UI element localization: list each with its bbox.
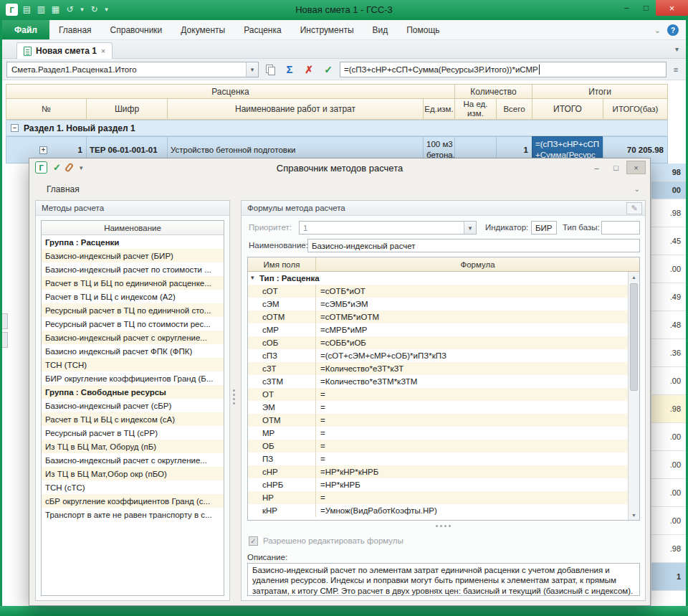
formula-row[interactable]: сПЗ =(сОТ+сЭМ+сМР+сОБ)*иПЗ*кПЗ bbox=[248, 349, 628, 362]
list-item[interactable]: Базисно индексный расчет ФПК (ФПК) bbox=[42, 344, 224, 358]
column-group-header[interactable]: Расценка bbox=[6, 84, 455, 99]
list-item[interactable]: Группа : Расценки bbox=[42, 235, 224, 249]
apply-check-icon[interactable]: ✓ bbox=[53, 162, 61, 173]
section-row[interactable]: − Раздел 1. Новый раздел 1 bbox=[6, 120, 668, 136]
priority-combobox[interactable]: 1 ▾ bbox=[299, 221, 477, 234]
list-column-header[interactable]: Наименование bbox=[42, 221, 224, 235]
list-item[interactable]: Транспорт в акте не равен транспорту в с… bbox=[42, 508, 224, 521]
formula-row[interactable]: сЗТ =Количество*еЗТ*кЗТ bbox=[248, 362, 628, 375]
document-tab[interactable]: Новая смета 1 × bbox=[16, 42, 113, 59]
column-header[interactable]: Наименование работ и затрат bbox=[167, 98, 424, 120]
list-item[interactable]: ТСН (сТС) bbox=[42, 480, 224, 494]
app-logo-icon[interactable]: Г bbox=[6, 4, 18, 16]
formula-row[interactable]: ОБ = bbox=[248, 440, 628, 452]
list-item[interactable]: Из ТЦ в БЦ Мат,Обор окр (пБО) bbox=[42, 467, 224, 480]
menu-item[interactable]: Помощь bbox=[397, 20, 449, 39]
formula-row[interactable]: ЭМ = bbox=[248, 401, 628, 414]
column-header[interactable]: На ед. изм. bbox=[454, 98, 497, 120]
dialog-qat-more-icon[interactable]: ▾ bbox=[80, 164, 83, 171]
field-chooser-button[interactable]: ≡ bbox=[670, 62, 682, 77]
collapsed-panel-tab[interactable] bbox=[2, 332, 8, 348]
grid-col-header-fieldname[interactable]: Имя поля bbox=[248, 257, 316, 271]
formula-row[interactable]: НР = bbox=[248, 491, 628, 504]
formula-row[interactable]: ОТ = bbox=[248, 388, 628, 401]
collapsed-panel-tab[interactable] bbox=[2, 313, 8, 329]
ribbon-collapse-icon[interactable]: ⌄ bbox=[654, 26, 661, 35]
tab-close-icon[interactable]: × bbox=[101, 47, 105, 55]
edit-allowed-checkbox[interactable]: ✓ bbox=[249, 536, 258, 546]
vertical-scrollbar[interactable]: ▲ ▼ bbox=[628, 272, 639, 520]
cancel-button[interactable]: ✗ bbox=[301, 62, 317, 77]
dialog-tab-glavnaya[interactable]: Главная bbox=[47, 184, 80, 194]
edit-formulas-button[interactable]: ✎ bbox=[626, 202, 642, 214]
menu-item[interactable]: Вид bbox=[363, 20, 398, 39]
context-combobox[interactable]: Смета.Раздел1.Расценка1.Итого ▾ bbox=[6, 62, 259, 77]
formula-row[interactable]: МР = bbox=[248, 427, 628, 440]
formula-row[interactable]: ОТМ = bbox=[248, 414, 628, 427]
column-group-header[interactable]: Количество bbox=[454, 84, 532, 99]
list-item[interactable]: Расчет в ТЦ и БЦ с индексом (сА) bbox=[42, 412, 224, 426]
close-button[interactable]: × bbox=[656, 0, 688, 16]
maximize-button[interactable]: □ bbox=[636, 0, 656, 16]
undo-dropdown-icon[interactable]: ▾ bbox=[79, 4, 85, 16]
grid-group-row[interactable]: ▾ Тип : Расценка bbox=[248, 272, 628, 285]
dialog-ribbon-collapse-icon[interactable]: ⌄ bbox=[634, 185, 640, 193]
help-button[interactable]: ? bbox=[667, 24, 679, 36]
formula-row[interactable]: кНР =Умнож(ВидРаботКоэфты.НР) bbox=[248, 504, 628, 517]
dialog-close-button[interactable]: × bbox=[626, 161, 646, 174]
formula-input[interactable]: =(сПЗ+сНР+сСП+Сумма(РесурсыЗР.Итого))*иС… bbox=[340, 62, 666, 77]
new-document-icon[interactable]: ▤ bbox=[22, 4, 32, 16]
formula-row[interactable]: сМР =сМРБ*иМР bbox=[248, 323, 628, 336]
column-group-header[interactable]: Итоги bbox=[532, 84, 668, 99]
list-item[interactable]: Группа : Свободные ресурсы bbox=[42, 385, 224, 399]
list-item[interactable]: Базисно-индексный расчет по стоимости ..… bbox=[42, 262, 224, 276]
sum-button[interactable]: Σ bbox=[282, 62, 297, 77]
chevron-down-icon[interactable]: ▾ bbox=[246, 62, 258, 77]
menu-item[interactable]: Инструменты bbox=[291, 20, 363, 39]
paperclip-icon[interactable] bbox=[64, 162, 75, 173]
copy-formula-button[interactable] bbox=[262, 62, 278, 77]
resize-dots-handle[interactable] bbox=[242, 525, 645, 527]
list-item[interactable]: БИР округление коэффициентов Гранд (Б... bbox=[42, 371, 224, 385]
save-icon[interactable]: ▥ bbox=[36, 4, 47, 16]
column-header[interactable]: № bbox=[6, 98, 87, 120]
list-item[interactable]: ТСН (ТСН) bbox=[42, 358, 224, 371]
description-box[interactable]: Базисно-индексный расчет по элементам за… bbox=[247, 563, 640, 596]
scrollbar-thumb[interactable] bbox=[630, 283, 638, 391]
list-item[interactable]: Расчет в ТЦ и БЦ с индексом (А2) bbox=[42, 290, 224, 303]
list-item[interactable]: Базисно-индексный расчет с округление... bbox=[42, 453, 224, 467]
scroll-down-icon[interactable]: ▼ bbox=[629, 510, 639, 520]
apply-button[interactable]: ✓ bbox=[320, 62, 336, 77]
formula-row[interactable]: сЭМ =сЭМБ*иЭМ bbox=[248, 298, 628, 311]
save-all-icon[interactable]: ▦ bbox=[50, 4, 61, 16]
list-item[interactable]: Ресурсный расчет в ТЦ (сРР) bbox=[42, 426, 224, 440]
file-menu-button[interactable]: Файл bbox=[2, 20, 49, 39]
list-item[interactable]: Базисно-индексный расчет (сБР) bbox=[42, 399, 224, 412]
dialog-minimize-button[interactable]: – bbox=[588, 161, 606, 174]
minimize-button[interactable]: – bbox=[617, 0, 636, 16]
list-item[interactable]: Базисно-индексный расчет с округление... bbox=[42, 331, 224, 344]
list-item[interactable]: Ресурсный расчет в ТЦ по единичной сто..… bbox=[42, 303, 224, 317]
list-item[interactable]: Ресурсный расчет в ТЦ по стоимости рес..… bbox=[42, 317, 224, 331]
expand-row-icon[interactable]: + bbox=[39, 146, 47, 154]
column-header[interactable]: ИТОГО(баз) bbox=[603, 98, 668, 120]
list-item[interactable]: Из ТЦ в БЦ Мат, Оборуд (пБ) bbox=[42, 440, 224, 453]
formula-row[interactable]: ПЗ = bbox=[248, 452, 628, 465]
menu-item[interactable]: Справочники bbox=[101, 20, 172, 39]
formula-row[interactable]: сОТ =сОТБ*иОТ bbox=[248, 285, 628, 298]
formula-row[interactable]: сЗТМ =Количество*еЗТМ*кЗТМ bbox=[248, 375, 628, 388]
list-item[interactable]: Расчет в ТЦ и БЦ по единичной расценке..… bbox=[42, 276, 224, 290]
column-header[interactable]: Ед.изм. bbox=[423, 98, 455, 120]
menu-item[interactable]: Расценка bbox=[234, 20, 291, 39]
name-input[interactable]: Базисно-индексный расчет bbox=[307, 239, 640, 252]
undo-icon[interactable]: ↺ bbox=[64, 4, 75, 16]
formula-row[interactable]: сНРБ =НР*кНРБ bbox=[248, 478, 628, 491]
list-item[interactable]: Базисно-индексный расчет (БИР) bbox=[42, 249, 224, 262]
collapse-section-icon[interactable]: − bbox=[11, 124, 19, 132]
tab-list-arrow-icon[interactable]: ▾ bbox=[675, 45, 679, 53]
list-item[interactable]: сБР округление коэффициентов Гранд (с... bbox=[42, 494, 224, 508]
scroll-up-icon[interactable]: ▲ bbox=[629, 272, 639, 282]
chevron-down-icon[interactable]: ▾ bbox=[464, 222, 476, 234]
menu-item[interactable]: Главная bbox=[49, 20, 101, 39]
formula-row[interactable]: сНР =НР*кНР*кНРБ bbox=[248, 465, 628, 478]
